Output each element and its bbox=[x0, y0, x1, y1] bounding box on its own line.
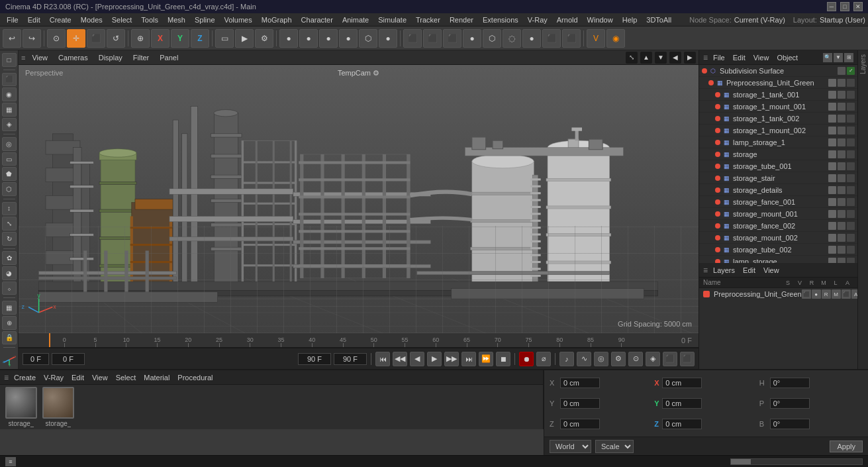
mat-menu-create[interactable]: Create bbox=[11, 372, 38, 383]
timeline-playhead[interactable] bbox=[49, 333, 50, 347]
menu-arnold[interactable]: Arnold bbox=[553, 15, 582, 25]
sidebar-model-mode[interactable]: □ bbox=[2, 53, 17, 67]
objects-search-icon[interactable]: 🔍 bbox=[823, 53, 832, 62]
objects-menu-edit[interactable]: Edit bbox=[730, 52, 748, 63]
tool-select[interactable]: ⊙ bbox=[47, 29, 66, 48]
coord-rot-y-input[interactable] bbox=[662, 398, 702, 409]
tc-special2[interactable]: ◈ bbox=[646, 352, 660, 366]
menu-character[interactable]: Character bbox=[297, 15, 337, 25]
menu-edit[interactable]: Edit bbox=[24, 15, 44, 25]
viewport-nav1[interactable]: ▲ bbox=[640, 52, 652, 64]
objects-menu-object[interactable]: Object bbox=[774, 52, 800, 63]
snap-btn1[interactable]: ⬛ bbox=[403, 29, 422, 48]
obj-row-tube2[interactable]: ▦ storage_tube_002 bbox=[699, 244, 857, 256]
sidebar-live-sel[interactable]: ◎ bbox=[2, 137, 17, 151]
coord-rot-x-input[interactable] bbox=[662, 378, 702, 388]
close-button[interactable]: ✕ bbox=[853, 2, 863, 11]
tc-ik[interactable]: ⚙ bbox=[611, 352, 626, 366]
obj-row-details[interactable]: ▦ storage_details bbox=[699, 184, 857, 196]
tool-move[interactable]: ✛ bbox=[67, 29, 85, 48]
tool-rotate[interactable]: ↺ bbox=[107, 29, 125, 48]
material-item-1[interactable]: storage_ bbox=[5, 387, 37, 427]
tool-scale[interactable]: ⬛ bbox=[87, 29, 105, 48]
menu-spline[interactable]: Spline bbox=[191, 15, 219, 25]
vray-btn2[interactable]: ◉ bbox=[606, 29, 625, 48]
snap-btn6[interactable]: ◌ bbox=[503, 29, 521, 48]
display-hex[interactable]: ⬡ bbox=[359, 29, 377, 48]
coord-pos-z-input[interactable] bbox=[560, 419, 600, 429]
objects-menu-file[interactable]: File bbox=[710, 52, 728, 63]
viewport-menu-filter[interactable]: Filter bbox=[129, 52, 153, 63]
maximize-button[interactable]: □ bbox=[840, 2, 849, 11]
layers-menu-edit[interactable]: Edit bbox=[740, 265, 758, 276]
viewport-expand[interactable]: ⤡ bbox=[626, 52, 638, 64]
tc-motion[interactable]: ∿ bbox=[577, 352, 591, 366]
transport-prev[interactable]: ◀ bbox=[410, 352, 424, 366]
obj-row-smount1[interactable]: ▦ storage_mount_001 bbox=[699, 208, 857, 220]
coord-world-select[interactable]: World Object Parent bbox=[550, 440, 591, 453]
axis-y[interactable]: Y bbox=[171, 29, 189, 48]
tc-frame-input[interactable]: 0 F bbox=[52, 353, 85, 365]
menu-volumes[interactable]: Volumes bbox=[220, 15, 256, 25]
render-settings[interactable]: ⚙ bbox=[255, 29, 273, 48]
menu-vray[interactable]: V-Ray bbox=[524, 15, 552, 25]
tc-autokeyframe[interactable]: ⌀ bbox=[536, 352, 551, 366]
coord-b-input[interactable] bbox=[770, 419, 810, 429]
tc-sound[interactable]: ♪ bbox=[559, 352, 574, 366]
sidebar-poly-sel[interactable]: ⬟ bbox=[2, 167, 17, 181]
snap-btn9[interactable]: ⬛ bbox=[562, 29, 581, 48]
obj-row-fance2[interactable]: ▦ storage_fance_002 bbox=[699, 220, 857, 232]
layers-menu-icon[interactable]: ≡ bbox=[703, 266, 708, 275]
menu-animate[interactable]: Animate bbox=[338, 15, 373, 25]
layer-icon-a[interactable]: A bbox=[851, 289, 857, 299]
sidebar-grid[interactable]: ▦ bbox=[2, 301, 17, 315]
obj-row-lamp1[interactable]: ▦ lamp_storage_1 bbox=[699, 136, 857, 148]
menu-mesh[interactable]: Mesh bbox=[164, 15, 189, 25]
obj-row-lamp-storage[interactable]: ▦ lamp_storage bbox=[699, 256, 857, 263]
obj-row-tank1[interactable]: ▦ storage_1_tank_001 bbox=[699, 89, 857, 101]
layer-icon-s[interactable]: ⬛ bbox=[802, 289, 811, 299]
coord-h-input[interactable] bbox=[770, 378, 810, 388]
layer-icon-m[interactable]: M bbox=[832, 289, 841, 299]
coord-pos-y-input[interactable] bbox=[560, 398, 600, 409]
objects-menu-view[interactable]: View bbox=[751, 52, 772, 63]
sidebar-scale[interactable]: ⤡ bbox=[2, 217, 17, 231]
obj-row-mount2[interactable]: ▦ storage_1_mount_002 bbox=[699, 125, 857, 136]
redo-button[interactable]: ↪ bbox=[23, 29, 41, 48]
menu-file[interactable]: File bbox=[3, 15, 23, 25]
objects-layer-icon[interactable]: ⊞ bbox=[844, 53, 853, 62]
sidebar-free-sel[interactable]: ⬡ bbox=[2, 182, 17, 196]
menu-mograph[interactable]: MoGraph bbox=[258, 15, 296, 25]
obj-row-storage[interactable]: ▦ storage bbox=[699, 148, 857, 160]
tc-end-frame-right[interactable]: 90 F bbox=[334, 353, 367, 365]
tc-special4[interactable]: ⬛ bbox=[680, 352, 695, 366]
obj-row-stair[interactable]: ▦ storage_stair bbox=[699, 172, 857, 184]
sidebar-scene-mode[interactable]: ◉ bbox=[2, 87, 17, 101]
tc-onion[interactable]: ◎ bbox=[594, 352, 608, 366]
display-mode5[interactable]: ● bbox=[379, 29, 397, 48]
menu-create[interactable]: Create bbox=[46, 15, 75, 25]
material-item-2[interactable]: storage_ bbox=[42, 387, 74, 427]
mat-menu-vray[interactable]: V-Ray bbox=[41, 372, 66, 383]
display-sphere[interactable]: ● bbox=[279, 29, 298, 48]
apply-button[interactable]: Apply bbox=[830, 441, 863, 452]
objects-filter-icon[interactable]: ▼ bbox=[834, 53, 843, 62]
menu-window[interactable]: Window bbox=[583, 15, 617, 25]
viewport-nav4[interactable]: ▶ bbox=[684, 52, 696, 64]
layers-menu-view[interactable]: View bbox=[761, 265, 782, 276]
viewport-menu-icon[interactable]: ≡ bbox=[21, 54, 25, 62]
render-region[interactable]: ▭ bbox=[215, 29, 234, 48]
transport-record-btn[interactable]: ⏺ bbox=[519, 352, 534, 366]
menu-select[interactable]: Select bbox=[108, 15, 136, 25]
status-scrollbar[interactable] bbox=[730, 458, 863, 465]
undo-button[interactable]: ↩ bbox=[3, 29, 21, 48]
transport-prev-key[interactable]: ◀◀ bbox=[393, 352, 407, 366]
transport-next[interactable]: ▶▶ bbox=[444, 352, 459, 366]
viewport-menu-cameras[interactable]: Cameras bbox=[54, 52, 92, 63]
menu-tools[interactable]: Tools bbox=[137, 15, 162, 25]
mat-menu-material[interactable]: Material bbox=[141, 372, 172, 383]
viewport-nav3[interactable]: ◀ bbox=[669, 52, 681, 64]
objects-menu-icon[interactable]: ≡ bbox=[703, 53, 708, 62]
mat-menu-edit[interactable]: Edit bbox=[69, 372, 87, 383]
sidebar-uv-mode[interactable]: ▦ bbox=[2, 103, 17, 117]
